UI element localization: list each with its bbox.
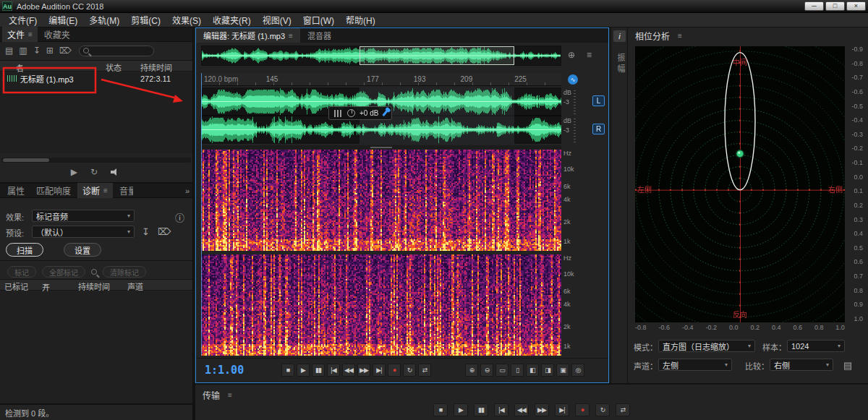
skip-to-end-button[interactable]: ▶| <box>555 403 569 416</box>
stop-button[interactable]: ■ <box>433 403 448 416</box>
info-panel-icon[interactable]: i <box>613 30 626 42</box>
splitter-handle[interactable] <box>201 145 561 149</box>
close-button[interactable]: × <box>846 1 866 11</box>
rewind-button[interactable]: ◀◀ <box>342 364 355 377</box>
panel-menu-icon[interactable]: ≡ <box>28 30 33 38</box>
rewind-button[interactable]: ◀◀ <box>514 403 529 416</box>
loop-playback-button[interactable]: ↻ <box>403 364 416 377</box>
column-marked[interactable]: 已标记 <box>4 280 28 292</box>
column-status[interactable]: 状态 <box>106 61 122 73</box>
loop-playback-button[interactable]: ↻ <box>595 403 610 416</box>
volume-hud[interactable]: +0 dB <box>328 106 392 120</box>
fast-forward-button[interactable]: ▶▶ <box>535 403 549 416</box>
zoom-out-button[interactable]: ⊖ <box>480 364 493 377</box>
tab-properties[interactable]: 属性 <box>2 183 30 198</box>
settings-button[interactable]: 设置 <box>64 243 101 257</box>
menu-item[interactable]: 视图(V) <box>257 14 297 26</box>
channel-left-button[interactable]: L <box>592 95 605 106</box>
play-button[interactable]: ▶ <box>454 403 468 416</box>
record-button[interactable]: ● <box>388 364 401 377</box>
tab-diagnostics[interactable]: 诊断 ≡ <box>77 183 113 198</box>
spectrogram-canvas[interactable] <box>201 150 561 251</box>
collapsed-panel-label[interactable]: 振幅 <box>615 53 626 75</box>
panel-options-icon[interactable]: ▤ <box>843 360 852 371</box>
import-file-icon[interactable]: ↧ <box>33 46 41 56</box>
preview-loop-button[interactable]: ↻ <box>90 167 98 177</box>
overview-selection[interactable] <box>359 46 514 65</box>
tab-mixer[interactable]: 混音器 <box>300 28 339 43</box>
minimize-button[interactable]: ─ <box>804 1 824 11</box>
menu-item[interactable]: 编辑(E) <box>43 14 83 26</box>
spectrogram-bottom[interactable] <box>201 254 561 356</box>
maximize-button[interactable]: □ <box>825 1 845 11</box>
pause-button[interactable]: ▮▮ <box>474 403 488 416</box>
skip-to-end-button[interactable]: ▶| <box>373 364 386 377</box>
skip-to-start-button[interactable]: |◀ <box>327 364 340 377</box>
spectrogram-top[interactable] <box>201 150 561 251</box>
effect-select[interactable]: 标记音频 ▾ <box>32 210 135 222</box>
panel-menu-icon[interactable]: ≡ <box>678 32 682 40</box>
mode-select[interactable]: 直方图（日志缩放） ▾ <box>658 340 755 352</box>
play-button[interactable]: ▶ <box>297 364 310 377</box>
column-channel[interactable]: 声道 <box>127 280 143 292</box>
delete-preset-icon[interactable]: ⌦ <box>158 226 171 237</box>
files-hscrollbar[interactable] <box>1 158 191 163</box>
scan-button[interactable]: 扫描 <box>6 243 43 257</box>
record-button[interactable]: ● <box>575 403 590 416</box>
media-browser-icon[interactable]: ⊞ <box>46 46 54 56</box>
zoom-in-horizontal-button[interactable]: ▭ <box>495 364 509 377</box>
fast-forward-button[interactable]: ▶▶ <box>357 364 370 377</box>
time-display[interactable]: 1:1.00 <box>205 364 244 377</box>
menu-item[interactable]: 帮助(H) <box>340 14 381 26</box>
skip-to-start-button[interactable]: |◀ <box>494 403 509 416</box>
zoom-navigator-icon[interactable]: ⊕ <box>568 50 575 60</box>
playhead[interactable] <box>201 73 202 356</box>
preset-select[interactable]: （默认） ▾ <box>32 226 135 238</box>
delete-file-icon[interactable]: ⌦ <box>59 46 72 56</box>
panel-menu-icon[interactable]: ≡ <box>289 32 293 40</box>
zoom-full-button[interactable]: ◎ <box>571 364 584 377</box>
panel-menu-icon[interactable]: ≡ <box>103 187 108 194</box>
zoom-selection-right-button[interactable]: ◨ <box>541 364 554 377</box>
preview-play-button[interactable]: ▶ <box>71 167 77 177</box>
zoom-out-horizontal-button[interactable]: ▯ <box>511 364 524 377</box>
column-duration[interactable]: 持续时间 <box>140 61 172 73</box>
volume-knob-icon[interactable] <box>347 109 355 117</box>
menu-item[interactable]: 文件(F) <box>3 14 43 26</box>
stop-button[interactable]: ■ <box>281 364 294 377</box>
speaker-icon[interactable] <box>111 168 122 176</box>
channel-select[interactable]: 左侧 ▾ <box>658 359 732 371</box>
channel-right-button[interactable]: R <box>592 124 605 134</box>
monitor-badge-icon[interactable]: ∿ <box>568 74 578 85</box>
samples-select[interactable]: 1024 ▾ <box>787 340 845 352</box>
tab-files[interactable]: 文件 ≡ <box>2 27 38 42</box>
skip-selection-button[interactable]: ⇄ <box>418 364 431 377</box>
tab-amplitude[interactable]: 音量 <box>114 183 133 198</box>
panel-menu-icon[interactable]: ≡ <box>228 391 232 399</box>
skip-selection-button[interactable]: ⇄ <box>616 403 630 416</box>
open-file-icon[interactable]: ▥ <box>19 46 27 56</box>
pin-icon[interactable] <box>383 110 388 116</box>
save-preset-icon[interactable]: ↧ <box>142 226 150 237</box>
zoom-selection-left-button[interactable]: ◧ <box>526 364 539 377</box>
waveform-display[interactable]: +0 dB <box>201 87 561 144</box>
scrollbar-thumb[interactable] <box>3 158 49 162</box>
menu-item[interactable]: 效果(S) <box>166 14 207 26</box>
new-file-icon[interactable]: ▤ <box>5 46 13 56</box>
spectrogram-canvas[interactable] <box>201 254 561 356</box>
zoom-selection-button[interactable]: ▣ <box>556 364 569 377</box>
tab-match-loudness[interactable]: 匹配响度 <box>31 183 76 198</box>
info-icon[interactable]: ⓘ <box>175 210 184 224</box>
overview-strip[interactable] <box>201 46 561 66</box>
file-row[interactable]: › 无标题 (1).mp3 272:3.11 <box>0 72 192 85</box>
timeline-ruler[interactable]: 120.0 bpm 145177193209225 <box>201 73 561 86</box>
tab-editor[interactable]: 编辑器: 无标题 (1).mp3 ≡ <box>196 28 300 43</box>
column-duration[interactable]: 持续时间 <box>78 280 110 292</box>
menu-item[interactable]: 剪辑(C) <box>125 14 166 26</box>
files-search-input[interactable] <box>79 46 154 56</box>
more-panels-icon[interactable]: » <box>185 187 190 195</box>
overview-menu-icon[interactable]: ≡ <box>587 50 592 60</box>
compare-select[interactable]: 右侧 ▾ <box>770 359 833 371</box>
menu-item[interactable]: 窗口(W) <box>297 14 340 26</box>
menu-item[interactable]: 收藏夹(R) <box>207 14 257 26</box>
